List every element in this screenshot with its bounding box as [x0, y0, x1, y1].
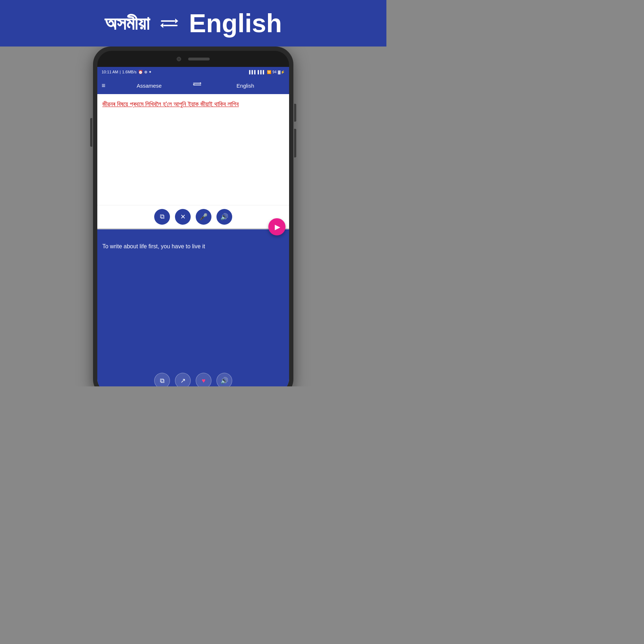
volume-button	[90, 118, 92, 147]
status-bar: 10:11 AM | 1.6MB/s ⏰ ⊕ ✦ ▌▌▌ ▌▌▌ 🛜 94 ▓⚡	[97, 67, 289, 77]
share-button[interactable]: ↗	[175, 373, 191, 386]
speaker-output-button[interactable]: 🔊	[216, 373, 232, 386]
phone-wrapper: 10:11 AM | 1.6MB/s ⏰ ⊕ ✦ ▌▌▌ ▌▌▌ 🛜 94 ▓⚡…	[93, 47, 293, 386]
output-area: To write about life first, you have to l…	[97, 229, 289, 386]
translate-fab-button[interactable]: ▶	[268, 218, 286, 235]
microphone-button[interactable]: 🎤	[196, 209, 211, 225]
svg-rect-2	[163, 25, 177, 26]
phone-top-bar	[97, 51, 289, 67]
svg-rect-4	[193, 83, 200, 83]
status-bar-right: ▌▌▌ ▌▌▌ 🛜 94 ▓⚡	[249, 70, 285, 74]
battery-level: 94	[273, 70, 277, 74]
clear-icon: ✕	[180, 213, 186, 221]
copy-output-button[interactable]: ⧉	[154, 373, 170, 386]
header-target-language[interactable]: English	[189, 9, 282, 38]
input-area[interactable]: জীৱনৰ বিষয়ে প্ৰথমে লিখিবলৈ হ'লে আপুনি ই…	[97, 94, 289, 228]
signal-icon: ▌▌▌ ▌▌▌	[249, 70, 265, 74]
output-action-buttons: ⧉ ↗ ♥ 🔊	[97, 369, 289, 386]
header-swap-icon[interactable]	[160, 17, 178, 30]
english-output-text: To write about life first, you have to l…	[102, 243, 205, 249]
header-source-language[interactable]: অসমীয়া	[104, 13, 150, 34]
svg-rect-0	[161, 20, 175, 22]
clear-button[interactable]: ✕	[175, 209, 191, 225]
clipboard-icon: ⧉	[160, 213, 165, 220]
svg-marker-3	[160, 23, 163, 28]
svg-rect-6	[194, 84, 201, 85]
earpiece	[188, 58, 210, 60]
svg-marker-5	[200, 82, 201, 84]
heart-icon: ♥	[202, 377, 206, 385]
power-button	[294, 104, 296, 122]
mic-icon: 🎤	[200, 213, 208, 221]
battery-icon: ▓⚡	[278, 70, 285, 74]
assamese-input-text[interactable]: জীৱনৰ বিষয়ে প্ৰথমে লিখিবলৈ হ'লে আপুনি ই…	[102, 101, 239, 108]
hamburger-menu-icon[interactable]: ≡	[102, 82, 106, 89]
status-speed: |	[119, 70, 121, 74]
speaker-input-button[interactable]: 🔊	[216, 209, 232, 225]
toolbar-target-language[interactable]: English	[206, 83, 285, 89]
copy-icon: ⧉	[160, 377, 165, 385]
app-toolbar: ≡ Assamese English	[97, 77, 289, 94]
share-icon: ↗	[180, 377, 186, 385]
translated-text-display: To write about life first, you have to l…	[97, 236, 289, 369]
phone-body: 10:11 AM | 1.6MB/s ⏰ ⊕ ✦ ▌▌▌ ▌▌▌ 🛜 94 ▓⚡…	[93, 47, 293, 386]
wifi-icon: 🛜	[267, 70, 271, 74]
clipboard-button[interactable]: ⧉	[154, 209, 170, 225]
status-network-speed: 1.6MB/s	[122, 70, 136, 74]
svg-marker-1	[175, 19, 178, 24]
source-text-display[interactable]: জীৱনৰ বিষয়ে প্ৰথমে লিখিবলৈ হ'লে আপুনি ই…	[97, 94, 289, 205]
toolbar-source-language[interactable]: Assamese	[110, 83, 189, 89]
front-camera	[177, 57, 181, 61]
favorite-button[interactable]: ♥	[196, 373, 211, 386]
speaker-output-icon: 🔊	[220, 377, 228, 385]
toolbar-swap-icon[interactable]	[193, 82, 201, 90]
speaker-input-icon: 🔊	[220, 213, 228, 221]
send-icon: ▶	[275, 223, 280, 231]
input-action-buttons: ⧉ ✕ 🎤 🔊	[97, 205, 289, 228]
svg-marker-7	[193, 84, 194, 86]
camera-button	[294, 129, 296, 157]
status-bar-left: 10:11 AM | 1.6MB/s ⏰ ⊕ ✦	[102, 70, 152, 74]
phone-screen: 10:11 AM | 1.6MB/s ⏰ ⊕ ✦ ▌▌▌ ▌▌▌ 🛜 94 ▓⚡…	[97, 67, 289, 386]
status-time: 10:11 AM	[102, 70, 118, 74]
header-bar: অসমীয়া English	[0, 0, 386, 47]
status-icons: ⏰ ⊕ ✦	[138, 70, 152, 74]
